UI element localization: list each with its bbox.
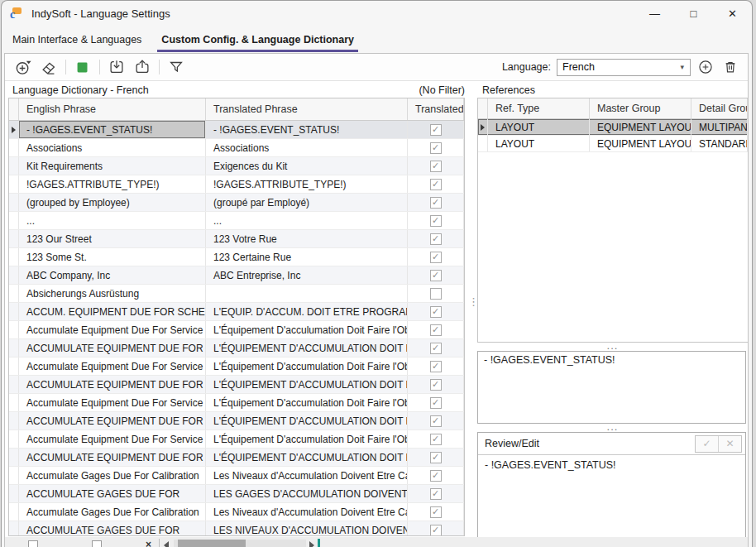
filter-status[interactable]: (No Filter) <box>419 84 465 96</box>
translated-flag-cell[interactable] <box>408 449 464 466</box>
table-row[interactable]: Accumulate Equipment Due For Service L'É… <box>9 321 464 339</box>
translated-flag-cell[interactable] <box>408 412 464 429</box>
ref-type-cell[interactable]: LAYOUT <box>488 136 590 151</box>
translated-phrase-cell[interactable]: - !GAGES.EVENT_STATUS! <box>206 121 408 138</box>
review-splitter-handle[interactable]: ... <box>477 425 748 431</box>
translated-flag-cell[interactable] <box>408 121 464 138</box>
table-row[interactable]: ACCUMULATE EQUIPMENT DUE FOR L'ÉQUIPEMEN… <box>9 449 464 467</box>
translated-checkbox[interactable] <box>430 415 442 427</box>
translated-flag-cell[interactable] <box>408 521 464 536</box>
translated-phrase-cell[interactable]: Les Niveaux d'Accumulation Doivent Etre … <box>206 503 408 521</box>
translated-checkbox[interactable] <box>430 379 442 391</box>
translated-phrase-cell[interactable]: 123 Certaine Rue <box>206 248 408 266</box>
translated-flag-cell[interactable] <box>408 503 464 521</box>
english-phrase-cell[interactable]: Kit Requirements <box>19 157 206 175</box>
tab-main-interface[interactable]: Main Interface & Languages <box>8 26 146 52</box>
add-record-button[interactable] <box>12 57 34 77</box>
english-phrase-cell[interactable]: 123 Our Street <box>19 230 206 247</box>
english-phrase-cell[interactable]: ACCUMULATE EQUIPMENT DUE FOR <box>19 376 206 393</box>
column-header-detail-group[interactable]: Detail Group <box>691 98 748 118</box>
ref-type-cell[interactable]: LAYOUT <box>488 119 590 135</box>
detail-group-cell[interactable]: STANDARD <box>691 136 748 151</box>
scrollbar-thumb[interactable] <box>178 540 246 547</box>
scroll-right-icon[interactable] <box>309 541 314 547</box>
table-row[interactable]: 123 Some St. 123 Certaine Rue <box>9 248 464 266</box>
english-phrase-cell[interactable]: (grouped by Employee) <box>19 194 206 211</box>
translated-phrase-cell[interactable] <box>206 285 408 302</box>
translated-flag-cell[interactable] <box>408 139 464 156</box>
table-row[interactable]: Accumulate Equipment Due For Service L'É… <box>9 357 464 376</box>
translated-flag-cell[interactable] <box>408 175 464 193</box>
translated-flag-cell[interactable] <box>408 394 464 411</box>
table-row[interactable]: ACCUMULATE GAGES DUE FOR LES NIVEAUX D'A… <box>9 521 464 536</box>
translated-checkbox[interactable] <box>430 452 442 463</box>
column-header-master-group[interactable]: Master Group <box>590 98 691 118</box>
preview-splitter-handle[interactable]: ... <box>477 343 748 350</box>
phrase-preview-box[interactable]: - !GAGES.EVENT_STATUS! <box>477 351 746 424</box>
translated-checkbox[interactable] <box>430 306 442 318</box>
table-row[interactable]: !GAGES.ATTRIBUTE_TYPE!) !GAGES.ATTRIBUTE… <box>9 175 464 194</box>
column-header-english[interactable]: English Phrase <box>19 98 206 120</box>
english-phrase-cell[interactable]: Accumulate Equipment Due For Service <box>19 357 206 375</box>
english-phrase-cell[interactable]: ACCUMULATE EQUIPMENT DUE FOR <box>19 449 206 466</box>
translated-phrase-cell[interactable]: Les Niveaux d'Accumulation Doivent Etre … <box>206 467 408 484</box>
translated-flag-cell[interactable] <box>408 303 464 320</box>
translated-checkbox[interactable] <box>430 525 442 536</box>
table-row[interactable]: Kit Requirements Exigences du Kit <box>9 157 464 175</box>
language-select[interactable]: French ▾ <box>557 59 691 76</box>
master-group-cell[interactable]: EQUIPMENT LAYOUTS <box>590 119 691 135</box>
translated-phrase-cell[interactable]: (groupé par Employé) <box>206 194 408 211</box>
english-phrase-cell[interactable]: Absicherungs Ausrüstung <box>19 285 206 302</box>
table-row[interactable]: ACCUM. EQUIPMENT DUE FOR SCHEDULE L'EQUI… <box>9 303 464 321</box>
english-phrase-cell[interactable]: Accumulate Gages Due For Calibration <box>19 503 206 521</box>
translated-flag-cell[interactable] <box>408 376 464 393</box>
translated-flag-cell[interactable] <box>408 212 464 229</box>
table-row[interactable]: Accumulate Gages Due For Calibration Les… <box>9 503 464 521</box>
add-language-button[interactable] <box>696 57 715 77</box>
translated-checkbox[interactable] <box>430 161 442 172</box>
translated-phrase-cell[interactable]: LES GAGES D'ACCUMULATION DOIVENT ETRE CA <box>206 485 408 502</box>
english-phrase-cell[interactable]: ... <box>19 212 206 229</box>
english-phrase-cell[interactable]: ACCUMULATE GAGES DUE FOR <box>19 521 206 536</box>
translated-phrase-cell[interactable]: Associations <box>206 139 408 156</box>
translated-checkbox[interactable] <box>430 252 442 263</box>
translated-flag-cell[interactable] <box>408 357 464 375</box>
table-row[interactable]: Accumulate Equipment Due For Service L'É… <box>9 430 464 449</box>
export-button[interactable] <box>132 57 153 77</box>
translated-checkbox[interactable] <box>430 179 442 190</box>
translated-flag-cell[interactable] <box>408 266 464 284</box>
bottom-checkbox[interactable] <box>28 540 38 547</box>
table-row[interactable]: Absicherungs Ausrüstung <box>9 285 464 303</box>
translated-phrase-cell[interactable]: L'ÉQUIPEMENT D'ACCUMULATION DOIT FAIRE L… <box>206 449 408 466</box>
detail-group-cell[interactable]: MULTIPANEL- <box>691 119 748 135</box>
translated-phrase-cell[interactable]: L'Équipement D'accumulation Doit Faire l… <box>206 394 408 411</box>
english-phrase-cell[interactable]: ACCUMULATE EQUIPMENT DUE FOR <box>19 339 206 357</box>
table-row[interactable]: ACCUMULATE EQUIPMENT DUE FOR L'ÉQUIPEMEN… <box>9 412 464 430</box>
translated-phrase-cell[interactable]: L'EQUIP. D'ACCUM. DOIT ETRE PROGRAMMÉ <box>206 303 408 320</box>
english-phrase-cell[interactable]: - !GAGES.EVENT_STATUS! <box>19 121 206 138</box>
accept-button[interactable]: ✓ <box>696 436 719 452</box>
review-edit-textarea[interactable]: - !GAGES.EVENT_STATUS! <box>478 455 745 475</box>
scroll-left-icon[interactable] <box>164 541 169 547</box>
table-row[interactable]: LAYOUT EQUIPMENT LAYOUTS STANDARD <box>478 136 748 152</box>
maximize-button[interactable]: □ <box>674 1 713 26</box>
import-button[interactable] <box>106 57 127 77</box>
translated-checkbox[interactable] <box>430 397 442 409</box>
translated-flag-cell[interactable] <box>408 248 464 266</box>
table-row[interactable]: ABC Company, Inc ABC Entreprise, Inc <box>9 266 464 285</box>
tab-custom-config[interactable]: Custom Config. & Language Dictionary <box>157 26 358 52</box>
table-row[interactable]: ACCUMULATE GAGES DUE FOR LES GAGES D'ACC… <box>9 485 464 503</box>
color-block-button[interactable] <box>72 57 93 77</box>
translated-phrase-cell[interactable]: L'ÉQUIPEMENT D'ACCUMULATION DOIT FAIRE L… <box>206 376 408 393</box>
translated-flag-cell[interactable] <box>408 157 464 175</box>
translated-checkbox[interactable] <box>430 124 442 136</box>
translated-checkbox[interactable] <box>430 434 442 445</box>
translated-flag-cell[interactable] <box>408 230 464 247</box>
translated-checkbox[interactable] <box>430 270 442 281</box>
english-phrase-cell[interactable]: Accumulate Equipment Due For Service <box>19 394 206 411</box>
table-row[interactable]: Accumulate Gages Due For Calibration Les… <box>9 467 464 485</box>
translated-checkbox[interactable] <box>430 197 442 209</box>
table-row[interactable]: (grouped by Employee) (groupé par Employ… <box>9 194 464 212</box>
translated-phrase-cell[interactable]: ... <box>206 212 408 229</box>
translated-flag-cell[interactable] <box>408 430 464 448</box>
